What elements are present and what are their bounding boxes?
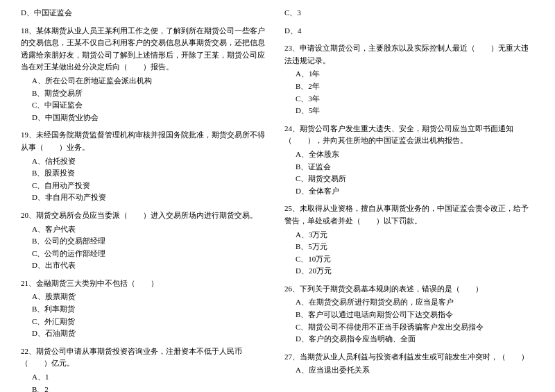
question-block: 20、期货交易所会员应当委派（ ）进入交易所场内进行期货交易。A、客户代表B、公…: [21, 210, 271, 272]
question-text: 24、期货公司客户发生重大遗失、安全，期货公司应当立即书面通知（ ），并向其住所…: [284, 123, 534, 147]
option-text: C、3年: [284, 93, 534, 105]
question-text: D、4: [284, 25, 534, 37]
question-block: 18、某体期货从业人员王某利用工作之便，了解到所在期货公司一些客户的交易信息，王…: [21, 25, 271, 124]
option-text: C、公司的运作部经理: [21, 248, 271, 260]
right-column: C、3D、423、申请设立期货公司，主要股东以及实际控制人最近（ ）无重大违法违…: [284, 7, 534, 392]
option-text: B、5万元: [284, 241, 534, 253]
option-text: B、客户可以通过电话向期货公司下达交易指令: [284, 309, 534, 321]
option-text: A、1: [21, 371, 271, 384]
option-text: B、证监会: [284, 161, 534, 173]
option-text: C、外汇期货: [21, 316, 271, 328]
option-text: A、股票期货: [21, 291, 271, 303]
option-text: B、2: [21, 384, 271, 392]
option-text: D、中国期货业协会: [21, 112, 271, 124]
option-text: A、应当退出委托关系: [284, 364, 534, 377]
option-text: A、客户代表: [21, 223, 271, 236]
question-block: D、4: [284, 25, 534, 37]
option-text: A、3万元: [284, 229, 534, 241]
question-block: C、3: [284, 7, 534, 19]
question-text: 27、当期货从业人员利益与投资者利益发生或可能发生冲突时，（ ）: [284, 351, 534, 364]
question-text: 25、未取得从业资格，擅自从事期货业务的，中国证监会责令改正，给予警告，单处或者…: [284, 203, 534, 227]
question-block: 21、金融期货三大类别中不包括（ ）A、股票期货B、利率期货C、外汇期货D、石油…: [21, 278, 271, 340]
question-text: 23、申请设立期货公司，主要股东以及实际控制人最近（ ）无重大违法违规记录。: [284, 42, 534, 67]
question-block: 27、当期货从业人员利益与投资者利益发生或可能发生冲突时，（ ）A、应当退出委托…: [284, 351, 534, 377]
option-text: D、客户的交易指令应当明确、全面: [284, 333, 534, 346]
two-column-layout: D、中国证监会18、某体期货从业人员王某利用工作之便，了解到所在期货公司一些客户…: [21, 7, 534, 392]
option-text: A、全体股东: [284, 148, 534, 161]
option-text: D、非自用不动产投资: [21, 191, 271, 204]
option-text: C、期货公司不得使用不正当手段诱骗客户发出交易指令: [284, 321, 534, 334]
page-container: D、中国证监会18、某体期货从业人员王某利用工作之便，了解到所在期货公司一些客户…: [21, 7, 534, 392]
option-text: D、全体客户: [284, 185, 534, 198]
option-text: C、期货交易所: [284, 173, 534, 185]
question-text: 21、金融期货三大类别中不包括（ ）: [21, 278, 271, 290]
option-text: B、期货交易所: [21, 87, 271, 100]
option-text: A、在期货交易所进行期货交易的，应当是客户: [284, 296, 534, 309]
question-text: D、中国证监会: [21, 7, 271, 19]
question-block: D、中国证监会: [21, 7, 271, 19]
option-text: A、信托投资: [21, 155, 271, 168]
option-text: D、石油期货: [21, 327, 271, 340]
question-text: 19、未经国务院期货监督管理机构审核并报国务院批准，期货交易所不得从事（ ）业务…: [21, 129, 271, 153]
option-text: D、20万元: [284, 265, 534, 278]
question-text: C、3: [284, 7, 534, 19]
option-text: B、公司的交易部经理: [21, 235, 271, 248]
question-text: 26、下列关于期货交易基本规则的表述，错误的是（ ）: [284, 283, 534, 296]
question-text: 20、期货交易所会员应当委派（ ）进入交易所场内进行期货交易。: [21, 210, 271, 222]
question-block: 19、未经国务院期货监督管理机构审核并报国务院批准，期货交易所不得从事（ ）业务…: [21, 129, 271, 204]
option-text: C、10万元: [284, 253, 534, 266]
question-block: 23、申请设立期货公司，主要股东以及实际控制人最近（ ）无重大违法违规记录。A、…: [284, 42, 534, 117]
question-block: 26、下列关于期货交易基本规则的表述，错误的是（ ）A、在期货交易所进行期货交易…: [284, 283, 534, 346]
question-block: 25、未取得从业资格，擅自从事期货业务的，中国证监会责令改正，给予警告，单处或者…: [284, 203, 534, 278]
option-text: A、所在公司在所地证监会派出机构: [21, 75, 271, 87]
option-text: A、1年: [284, 68, 534, 80]
left-column: D、中国证监会18、某体期货从业人员王某利用工作之便，了解到所在期货公司一些客户…: [21, 7, 271, 392]
question-block: 22、期货公司申请从事期货投资咨询业务，注册资本不低于人民币（ ）亿元。A、1B…: [21, 346, 271, 392]
question-text: 22、期货公司申请从事期货投资咨询业务，注册资本不低于人民币（ ）亿元。: [21, 346, 271, 370]
option-text: B、2年: [284, 80, 534, 93]
option-text: B、股票投资: [21, 167, 271, 180]
option-text: D、5年: [284, 105, 534, 117]
option-text: C、自用动产投资: [21, 180, 271, 192]
option-text: B、利率期货: [21, 303, 271, 316]
question-text: 18、某体期货从业人员王某利用工作之便，了解到所在期货公司一些客户的交易信息，王…: [21, 25, 271, 74]
option-text: D、出市代表: [21, 259, 271, 272]
option-text: C、中国证监会: [21, 99, 271, 112]
question-block: 24、期货公司客户发生重大遗失、安全，期货公司应当立即书面通知（ ），并向其住所…: [284, 123, 534, 198]
